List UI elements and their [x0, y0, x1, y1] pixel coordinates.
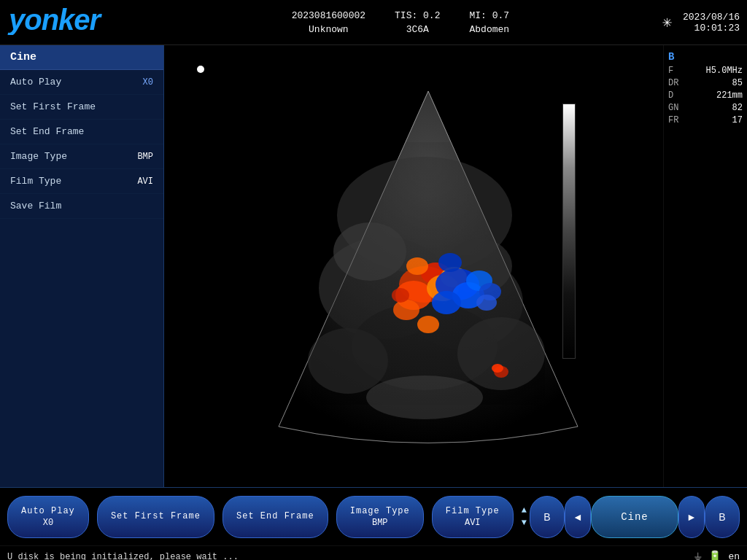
patient-id: 2023081600002	[292, 10, 365, 21]
header-info: 2023081600002 Unknown TIS: 0.2 3C6A MI: …	[139, 10, 662, 35]
setfirstframe-label: Set First Frame	[10, 101, 96, 112]
filmtype-value: AVI	[137, 176, 153, 187]
tis-col: TIS: 0.2 3C6A	[395, 10, 440, 35]
date: 2023/08/16	[683, 12, 740, 23]
tis-value: TIS: 0.2	[395, 10, 440, 21]
svg-point-8	[366, 376, 483, 419]
svg-point-9	[308, 328, 388, 394]
imagetype-label: Image Type	[10, 151, 67, 162]
time: 10:01:23	[694, 23, 740, 34]
cine-nav: ▲ ▼ B ◄ Cine ► B	[522, 496, 740, 538]
lang-label: en	[728, 551, 740, 560]
svg-point-17	[417, 316, 439, 333]
autoplay-value: X0	[143, 77, 153, 88]
nav-arrow-down[interactable]: ▼	[522, 518, 527, 528]
savefilm-label: Save Film	[10, 201, 61, 211]
grayscale-bar	[562, 104, 576, 359]
nav-cine-button[interactable]: Cine	[591, 496, 678, 538]
svg-point-20	[432, 291, 461, 314]
right-panel: B F H5.0MHz DR 85 D 221mm GN 82 FR 17	[663, 45, 747, 487]
image-area	[164, 45, 663, 487]
nav-left-arrow-button[interactable]: ◄	[565, 496, 591, 538]
filmtype-button[interactable]: Film Type AVI	[432, 496, 514, 538]
svg-point-24	[476, 295, 497, 311]
battery-icon: 🔋	[708, 550, 722, 561]
usb-icon: ⏚	[694, 551, 702, 561]
nav-b-left-button[interactable]: B	[530, 496, 565, 538]
nav-right-arrow-button[interactable]: ►	[678, 496, 705, 538]
header-right: ✳ 2023/08/16 10:01:23	[662, 12, 740, 34]
autoplay-button[interactable]: Auto Play X0	[7, 496, 89, 538]
header: yonker 2023081600002 Unknown TIS: 0.2 3C…	[0, 0, 747, 45]
param-f: F H5.0MHz	[668, 66, 743, 76]
sidebar-title: Cine	[0, 45, 163, 70]
sidebar-item-imagetype[interactable]: Image Type BMP	[0, 144, 163, 169]
logo: yonker	[7, 2, 139, 43]
snowflake-icon: ✳	[662, 12, 672, 32]
svg-point-26	[392, 288, 409, 303]
panel-mode: B	[668, 51, 743, 63]
sidebar: Cine Auto Play X0 Set First Frame Set En…	[0, 45, 164, 487]
setendframe-button[interactable]: Set End Frame	[222, 496, 328, 538]
ultrasound-image	[239, 69, 618, 463]
param-d: D 221mm	[668, 90, 743, 101]
logo-text: yonker	[7, 2, 131, 43]
bottom-controls: Auto Play X0 Set First Frame Set End Fra…	[0, 487, 747, 545]
svg-text:yonker: yonker	[7, 4, 103, 35]
status-bar: U disk is being initialized, please wait…	[0, 545, 747, 560]
main-area: Cine Auto Play X0 Set First Frame Set En…	[0, 45, 747, 487]
imagetype-button[interactable]: Image Type BMP	[336, 496, 424, 538]
filmtype-label: Film Type	[10, 176, 61, 187]
sidebar-item-savefilm[interactable]: Save Film	[0, 194, 163, 219]
setfirstframe-button[interactable]: Set First Frame	[97, 496, 214, 538]
sidebar-item-autoplay[interactable]: Auto Play X0	[0, 70, 163, 95]
sidebar-item-setfirstframe[interactable]: Set First Frame	[0, 95, 163, 120]
param-dr: DR 85	[668, 78, 743, 88]
dot-indicator	[197, 66, 204, 73]
status-message: U disk is being initialized, please wait…	[7, 552, 239, 561]
probe-value: 3C6A	[406, 24, 429, 35]
svg-point-28	[492, 364, 503, 373]
autoplay-label: Auto Play	[10, 77, 61, 88]
sidebar-item-setendframe[interactable]: Set End Frame	[0, 120, 163, 144]
ultrasound-container	[208, 52, 649, 480]
nav-b-right-button[interactable]: B	[705, 496, 740, 538]
nav-arrow-up[interactable]: ▲	[522, 505, 527, 516]
status-icons: ⏚ 🔋 en	[694, 550, 740, 561]
region-value: Abdomen	[469, 24, 509, 35]
svg-point-25	[406, 257, 428, 275]
mi-value: MI: 0.7	[469, 10, 509, 21]
datetime: 2023/08/16 10:01:23	[683, 12, 740, 34]
setendframe-label: Set End Frame	[10, 126, 84, 137]
svg-point-14	[393, 300, 419, 320]
svg-point-6	[333, 222, 406, 281]
param-gn: GN 82	[668, 103, 743, 113]
svg-point-23	[438, 253, 462, 272]
patient-id-col: 2023081600002 Unknown	[292, 10, 365, 35]
svg-point-10	[457, 317, 545, 390]
sidebar-item-filmtype[interactable]: Film Type AVI	[0, 169, 163, 194]
param-fr: FR 17	[668, 115, 743, 125]
patient-name: Unknown	[309, 24, 349, 35]
mi-col: MI: 0.7 Abdomen	[469, 10, 509, 35]
imagetype-value: BMP	[137, 152, 153, 162]
